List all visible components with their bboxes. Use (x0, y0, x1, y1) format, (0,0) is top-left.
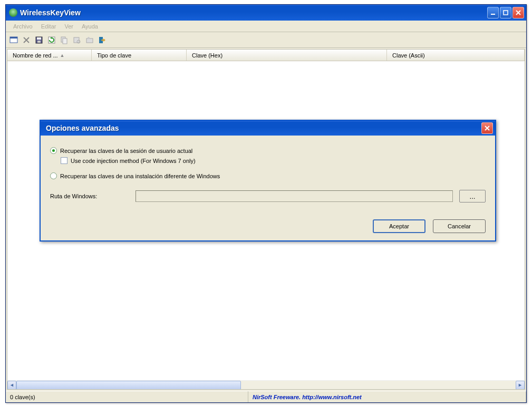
properties-icon[interactable] (9, 35, 18, 45)
svg-rect-15 (101, 40, 104, 41)
scroll-thumb[interactable] (16, 381, 241, 390)
menubar: Archivo Editar Ver Ayuda (6, 21, 526, 32)
column-network-name[interactable]: Nombre de red ... ▲ (7, 50, 92, 61)
browse-button[interactable]: ... (459, 190, 486, 202)
menu-archivo[interactable]: Archivo (9, 22, 37, 31)
scroll-left-button[interactable]: ◄ (7, 381, 16, 390)
windows-path-row: Ruta de Windows: ... (50, 190, 486, 202)
refresh-icon[interactable] (47, 35, 56, 45)
column-label: Nombre de red ... (13, 52, 58, 59)
radio-icon (50, 147, 57, 154)
sort-ascending-icon: ▲ (60, 53, 65, 58)
svg-rect-6 (37, 41, 41, 43)
find-icon[interactable] (72, 35, 82, 45)
column-label: Tipo de clave (97, 52, 131, 59)
minimize-icon (490, 10, 496, 15)
statusbar: 0 clave(s) NirSoft Freeware. http://www.… (6, 391, 526, 402)
checkbox-label: Use code injection method (For Windows 7… (71, 158, 196, 164)
options-icon[interactable] (85, 35, 94, 45)
minimize-button[interactable] (487, 7, 499, 18)
maximize-icon (503, 10, 508, 15)
svg-rect-9 (63, 38, 67, 44)
svg-rect-1 (504, 11, 508, 15)
main-titlebar[interactable]: WirelessKeyView (6, 5, 526, 21)
path-label: Ruta de Windows: (50, 193, 129, 199)
svg-rect-0 (491, 14, 495, 15)
status-credit[interactable]: NirSoft Freeware. http://www.nirsoft.net (248, 391, 526, 402)
window-title: WirelessKeyView (20, 8, 487, 17)
column-key-hex[interactable]: Clave (Hex) (187, 50, 387, 61)
dialog-body: Recuperar las claves de la sesión de usu… (41, 136, 495, 240)
menu-ayuda[interactable]: Ayuda (78, 22, 102, 31)
menu-editar[interactable]: Editar (37, 22, 61, 31)
dialog-button-row: Aceptar Cancelar (50, 215, 486, 233)
radio-icon (50, 172, 57, 179)
advanced-options-dialog: Opciones avanzadas Recuperar las claves … (40, 120, 496, 242)
delete-icon[interactable] (22, 35, 31, 45)
scroll-right-button[interactable]: ► (516, 381, 525, 390)
save-icon[interactable] (34, 35, 44, 45)
exit-icon[interactable] (98, 35, 107, 45)
menu-ver[interactable]: Ver (60, 22, 78, 31)
close-button[interactable] (512, 7, 524, 18)
svg-rect-12 (86, 38, 93, 43)
svg-rect-5 (37, 37, 41, 40)
toolbar (6, 32, 526, 48)
radio-label: Recuperar las claves de la sesión de usu… (60, 148, 192, 154)
column-label: Clave (Ascii) (392, 52, 425, 59)
cancel-button[interactable]: Cancelar (433, 219, 486, 233)
radio-other-install[interactable]: Recuperar las claves de una instalación … (50, 172, 486, 179)
dialog-close-button[interactable] (481, 122, 493, 134)
column-label: Clave (Hex) (192, 52, 223, 59)
horizontal-scrollbar[interactable]: ◄ ► (7, 380, 525, 389)
svg-rect-3 (10, 37, 17, 38)
radio-label: Recuperar las claves de una instalación … (60, 173, 220, 179)
scroll-track[interactable] (16, 381, 516, 390)
column-key-type[interactable]: Tipo de clave (92, 50, 187, 61)
radio-current-session[interactable]: Recuperar las claves de la sesión de usu… (50, 147, 486, 154)
path-input (136, 190, 453, 202)
close-icon (516, 10, 521, 15)
dialog-title: Opciones avanzadas (43, 124, 481, 132)
accept-button[interactable]: Aceptar (373, 219, 425, 233)
dialog-titlebar[interactable]: Opciones avanzadas (41, 121, 495, 136)
maximize-button[interactable] (500, 7, 511, 18)
checkbox-code-injection[interactable]: Use code injection method (For Windows 7… (61, 157, 486, 164)
checkbox-icon (61, 157, 67, 164)
copy-icon[interactable] (60, 35, 69, 45)
column-key-ascii[interactable]: Clave (Ascii) (387, 50, 525, 61)
svg-point-13 (88, 37, 90, 39)
app-icon (9, 8, 17, 17)
close-icon (485, 126, 490, 131)
column-headers: Nombre de red ... ▲ Tipo de clave Clave … (7, 50, 525, 61)
status-count: 0 clave(s) (6, 391, 248, 402)
